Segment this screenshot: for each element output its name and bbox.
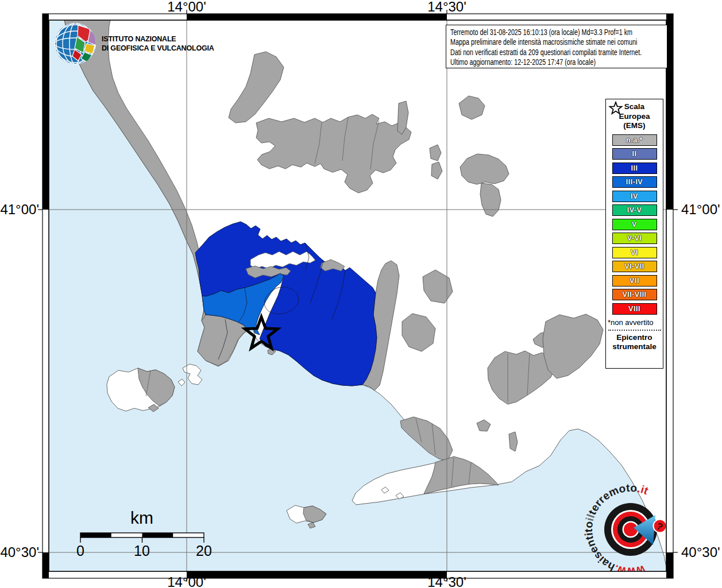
legend-footnote: *non avvertito bbox=[606, 318, 654, 327]
ingv-name-line2: DI GEOFISICA E VULCANOLOGIA bbox=[102, 44, 214, 52]
legend-chip-VI: VI bbox=[612, 247, 657, 258]
info-line-event: Terremoto del 31-08-2025 16:10:13 (ora l… bbox=[450, 28, 667, 37]
legend-chip-VI-VII: VI-VII bbox=[612, 261, 657, 272]
legend-chip-VII-VIII: VII-VIII bbox=[612, 289, 657, 300]
lat-label-left-bottom: 40°30' bbox=[0, 544, 39, 560]
epicenter-legend-label: Epicentro strumentale bbox=[612, 333, 657, 352]
legend-chip-IV: IV bbox=[612, 191, 657, 202]
legend-chip-VIII: VIII bbox=[612, 303, 657, 315]
scale-tick-10: 10 bbox=[134, 543, 150, 559]
scale-tick-0: 0 bbox=[76, 543, 84, 559]
scale-tick-20: 20 bbox=[196, 543, 212, 559]
map-area: km 0 10 20 ? www.haisentitoil bbox=[49, 20, 669, 578]
lon-label-bottom-left: 14°00' bbox=[167, 574, 206, 588]
scale-bar-unit: km bbox=[130, 508, 153, 527]
lat-label-right-top: 41°00' bbox=[681, 202, 720, 217]
lon-label-top-left: 14°00' bbox=[167, 0, 206, 14]
epicenter-label-line1: Epicentro bbox=[612, 333, 657, 343]
legend-chip-V: V bbox=[612, 219, 657, 230]
lon-label-top-right: 14°30' bbox=[427, 0, 466, 14]
lat-label-left-top: 41°00' bbox=[0, 202, 39, 217]
info-line-data-source: Dati non verificati estratti da 209 ques… bbox=[450, 48, 667, 57]
legend-divider bbox=[608, 330, 661, 331]
legend-chip-VII: VII bbox=[612, 275, 657, 287]
intensity-legend: Scala Europea (EMS) n.a.* II III III-IV … bbox=[605, 99, 663, 369]
epicenter-star-icon bbox=[606, 100, 626, 116]
lat-label-right-bottom: 40°30' bbox=[681, 544, 720, 560]
legend-chip-III: III bbox=[612, 163, 657, 174]
legend-chip-IV-V: IV-V bbox=[612, 204, 657, 216]
info-line-map-type: Mappa preliminare delle intensità macros… bbox=[450, 37, 667, 47]
ingv-name-line1: ISTITUTO NAZIONALE bbox=[102, 35, 176, 43]
legend-chip-na: n.a.* bbox=[612, 134, 657, 146]
lon-label-bottom-right: 14°30' bbox=[427, 574, 466, 588]
epicenter-label-line2: strumentale bbox=[612, 342, 657, 352]
legend-chip-II: II bbox=[612, 148, 657, 160]
legend-chip-V-VI: V-VI bbox=[612, 233, 657, 244]
legend-chip-III-IV: III-IV bbox=[612, 176, 657, 188]
legend-title-line3: (EMS) bbox=[619, 121, 650, 131]
legend-chips: n.a.* II III III-IV IV IV-V V V-VI VI VI… bbox=[612, 134, 657, 315]
macroseismic-map-page: km 0 10 20 ? www.haisentitoil bbox=[0, 0, 722, 588]
info-line-updated: Ultimo aggiornamento: 12-12-2025 17:47 (… bbox=[450, 57, 667, 67]
earthquake-info-box: Terremoto del 31-08-2025 16:10:13 (ora l… bbox=[446, 25, 667, 68]
